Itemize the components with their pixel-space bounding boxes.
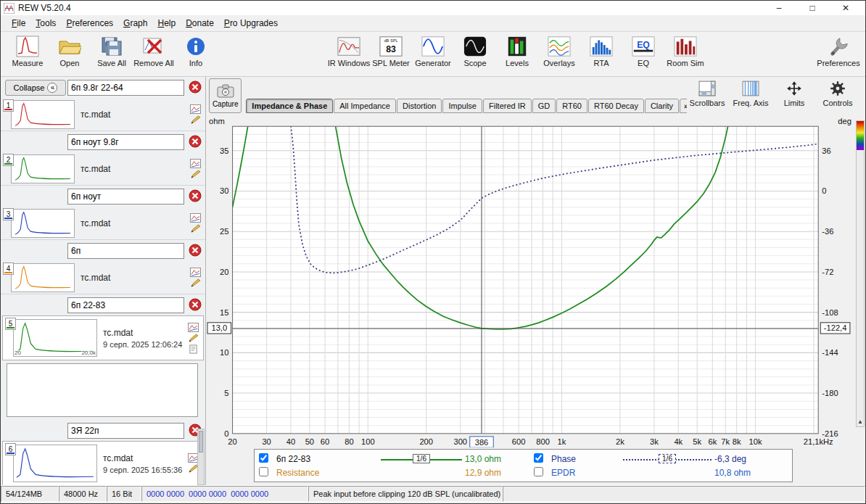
x-tick-label: 2k	[616, 437, 624, 446]
collapse-button[interactable]: Collapse «	[5, 80, 66, 96]
phase-visible-checkbox[interactable]	[534, 453, 543, 463]
epdr-visible-checkbox[interactable]	[534, 467, 543, 476]
rta-button[interactable]: RTA	[580, 33, 622, 69]
measurement-5-name-input[interactable]	[67, 297, 184, 313]
phase-smoothing-badge[interactable]: 1/6	[659, 454, 676, 463]
x-tick-label: 100	[361, 437, 375, 446]
scrollbars-button[interactable]: Scrollbars	[687, 78, 727, 107]
measurement-3-name-input[interactable]	[67, 189, 184, 205]
measurement-6-row[interactable]: 6 тс.mdat 9 серп. 2025 16:55:36	[2, 441, 204, 485]
delete-measurement-4-button[interactable]	[188, 244, 202, 258]
delete-measurement-2-button[interactable]	[188, 135, 202, 149]
tab-impedance-phase[interactable]: Impedance & Phase	[246, 99, 333, 113]
eq-button[interactable]: EQ EQ	[622, 33, 664, 69]
measurement-4-name-input[interactable]	[67, 243, 184, 259]
tab-filtered-ir[interactable]: Filtered IR	[483, 99, 532, 113]
sidebar-scrollbar-thumb[interactable]	[199, 431, 203, 453]
memory-usage: 54/124MB	[1, 486, 59, 502]
menu-pro-upgrades[interactable]: Pro Upgrades	[219, 17, 283, 30]
resistance-visible-checkbox[interactable]	[259, 467, 268, 476]
measurement-5-date: 9 серп. 2025 12:06:24	[103, 340, 184, 349]
x-tick-label: 30	[262, 437, 271, 446]
delete-measurement-3-button[interactable]	[188, 189, 202, 204]
measurement-2-row[interactable]: 2 тс.mdat	[1, 152, 205, 186]
tab-rt60[interactable]: RT60	[556, 99, 587, 113]
edit-pencil-icon[interactable]	[190, 170, 201, 179]
svg-text:EQ: EQ	[637, 40, 650, 50]
legend-trace-name: 6п 22-83	[276, 454, 378, 464]
graph-vertical-scrollbar[interactable]: ▲	[856, 120, 865, 427]
trace-smoothing-badge[interactable]: 1/6	[413, 454, 430, 463]
measurement-3-row[interactable]: 3 тс.mdat	[1, 207, 205, 240]
measurement-1-row[interactable]: 1 тс.mdat	[1, 98, 205, 131]
measurement-2-filename: тс.mdat	[81, 164, 186, 174]
measurement-2-name-input[interactable]	[67, 134, 184, 150]
scope-button[interactable]: Scope	[454, 33, 496, 69]
tab-all-impedance[interactable]: All Impedance	[334, 99, 396, 113]
measurement-4-name-row	[1, 240, 205, 261]
menu-graph[interactable]: Graph	[118, 17, 152, 30]
ir-windows-button[interactable]: IR Windows	[328, 33, 370, 69]
title-bar: REW V5.20.4 – □ ✕	[1, 1, 865, 15]
capture-button[interactable]: Capture	[209, 78, 242, 113]
close-button[interactable]: ✕	[829, 3, 862, 13]
tab-overflow-button[interactable]: »	[680, 99, 687, 113]
measurement-3-thumbnail	[11, 209, 75, 238]
menu-tools[interactable]: Tools	[30, 17, 61, 30]
edit-pencil-icon[interactable]	[190, 115, 201, 125]
measurement-3-filename: тс.mdat	[81, 218, 186, 228]
main-toolbar: Measure Open Save All Remove All Info IR…	[1, 32, 865, 77]
generator-icon	[421, 35, 445, 58]
measurement-1-name-input[interactable]	[67, 80, 184, 96]
edit-pencil-icon[interactable]	[190, 278, 201, 288]
maximize-button[interactable]: □	[796, 3, 829, 13]
controls-label: Controls	[823, 99, 853, 107]
measurement-5-name-row	[1, 294, 205, 315]
status-bar: 54/124MB 48000 Hz 16 Bit 0000 0000 0000 …	[1, 485, 865, 502]
measurement-5-row-selected[interactable]: 5 20 20,0k тс.mdat 9 серп. 2025 12:06:24	[2, 315, 204, 360]
trace-settings-icon[interactable]	[190, 213, 201, 223]
levels-button[interactable]: Levels	[496, 33, 538, 69]
measurement-6-name-input[interactable]	[67, 423, 184, 439]
generator-button[interactable]: Generator	[412, 33, 454, 69]
save-all-button[interactable]: Save All	[91, 33, 133, 69]
overlays-button[interactable]: Overlays	[538, 33, 580, 69]
scroll-up-icon[interactable]: ▲	[857, 418, 864, 425]
controls-button[interactable]: Controls	[817, 78, 858, 107]
legend-epdr-label: EPDR	[551, 468, 620, 478]
trace-visible-checkbox[interactable]	[259, 453, 268, 463]
trace-settings-icon[interactable]	[188, 323, 199, 332]
tab-distortion[interactable]: Distortion	[397, 99, 442, 113]
measurement-4-row[interactable]: 4 тс.mdat	[1, 261, 205, 294]
room-sim-button[interactable]: Room Sim	[664, 33, 706, 69]
notes-icon[interactable]	[188, 344, 199, 354]
trace-settings-icon[interactable]	[190, 159, 201, 168]
measure-button[interactable]: Measure	[7, 33, 49, 69]
delete-measurement-5-button[interactable]	[188, 298, 202, 313]
menu-help[interactable]: Help	[152, 17, 181, 30]
trace-settings-icon[interactable]	[190, 104, 201, 114]
limits-button[interactable]: Limits	[774, 78, 815, 107]
open-button[interactable]: Open	[49, 33, 91, 69]
menu-file[interactable]: File	[7, 17, 30, 30]
collapse-chevron-icon: «	[47, 83, 57, 93]
edit-pencil-icon[interactable]	[190, 224, 201, 234]
tab-rt60-decay[interactable]: RT60 Decay	[588, 99, 644, 113]
minimize-button[interactable]: –	[762, 3, 796, 13]
tab-gd[interactable]: GD	[532, 99, 556, 113]
info-button[interactable]: Info	[175, 33, 217, 69]
preferences-button[interactable]: Preferences	[817, 33, 859, 69]
freq-axis-button[interactable]: Freq. Axis	[730, 78, 771, 107]
menu-donate[interactable]: Donate	[181, 17, 219, 30]
eq-label: EQ	[638, 59, 649, 67]
sidebar-scrollbar[interactable]	[197, 429, 205, 485]
trace-settings-icon[interactable]	[190, 268, 201, 277]
menu-preferences[interactable]: Preferences	[61, 17, 118, 30]
tab-impulse[interactable]: Impulse	[442, 99, 482, 113]
remove-all-button[interactable]: Remove All	[133, 33, 175, 69]
edit-pencil-icon[interactable]	[188, 334, 199, 343]
tab-clarity[interactable]: Clarity	[645, 99, 679, 113]
spl-meter-button[interactable]: dB SPL83 SPL Meter	[370, 33, 412, 69]
eq-icon: EQ	[632, 35, 655, 58]
delete-measurement-1-button[interactable]	[188, 80, 202, 95]
